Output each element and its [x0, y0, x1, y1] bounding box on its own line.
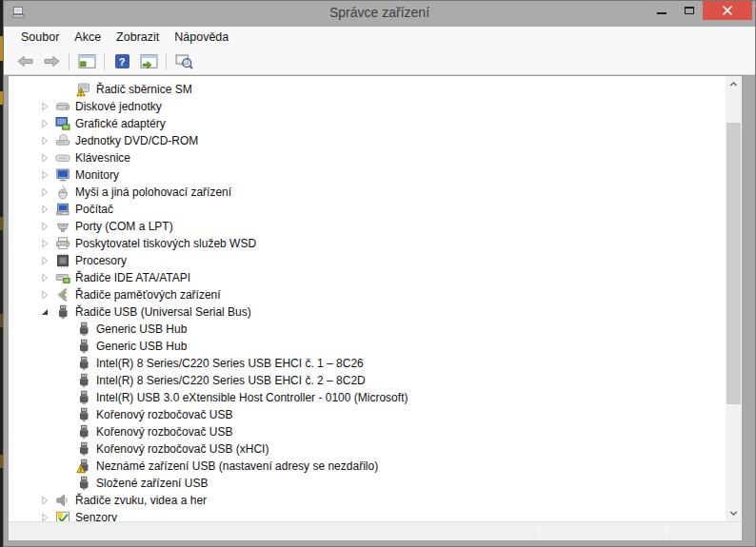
expand-arrow-icon[interactable] — [35, 236, 54, 251]
scrollbar-thumb[interactable] — [726, 123, 741, 404]
tree-item[interactable]: Grafické adaptéry — [9, 115, 726, 132]
tree-item[interactable]: Kořenový rozbočovač USB (xHCI) — [9, 440, 726, 458]
toolbar: ? — [4, 49, 755, 75]
tree-item-label: Intel(R) 8 Series/C220 Series USB EHCI č… — [96, 357, 364, 370]
scroll-down-button[interactable] — [726, 505, 742, 521]
tree-item[interactable]: Diskové jednotky — [9, 98, 726, 115]
console-tree-window-icon — [78, 53, 96, 69]
display-adapters-icon — [54, 116, 70, 131]
close-button[interactable] — [703, 1, 752, 20]
expand-arrow-icon[interactable] — [35, 287, 54, 303]
expand-arrow-icon[interactable] — [35, 133, 54, 148]
expand-arrow-icon[interactable] — [35, 253, 54, 268]
minimize-button[interactable] — [647, 1, 675, 20]
status-bar — [9, 521, 742, 540]
toolbar-scan-hardware-changes-button[interactable] — [171, 50, 196, 72]
minimize-icon — [657, 12, 666, 14]
tree-item-label: Řadiče IDE ATA/ATAPI — [75, 271, 190, 284]
expand-arrow-icon[interactable] — [35, 493, 54, 508]
tree-item[interactable]: Neznámé zařízení USB (nastavení adresy s… — [9, 458, 726, 475]
toolbar-properties-button[interactable] — [136, 50, 161, 72]
collapse-arrow-icon[interactable] — [35, 304, 54, 320]
window-controls — [647, 1, 752, 20]
expand-arrow-icon[interactable] — [35, 116, 54, 131]
expand-arrow-icon[interactable] — [35, 270, 54, 285]
toolbar-back-button[interactable] — [12, 50, 37, 72]
tree-item[interactable]: Porty (COM a LPT) — [9, 218, 726, 235]
tree-item-label: Řadiče USB (Universal Serial Bus) — [75, 305, 251, 319]
close-icon — [722, 5, 733, 16]
menu-item-napoveda[interactable]: Nápověda — [167, 27, 236, 49]
tree-item[interactable]: Klávesnice — [9, 149, 726, 166]
tree-item[interactable]: Myši a jiná polohovací zařízení — [9, 184, 726, 201]
tree-item[interactable]: Řadiče IDE ATA/ATAPI — [9, 269, 726, 286]
tree-item-label: Počítač — [75, 203, 113, 216]
tree-item[interactable]: Intel(R) 8 Series/C220 Series USB EHCI č… — [9, 372, 726, 389]
device-manager-window: Správce zařízení SouborAkceZobrazitNápov… — [3, 0, 756, 547]
expand-arrow-icon[interactable] — [35, 202, 54, 217]
tree-item[interactable]: Počítač — [9, 201, 726, 218]
tree-item-label: Klávesnice — [75, 151, 130, 165]
menu-item-akce[interactable]: Akce — [67, 27, 109, 49]
tree-item[interactable]: Řadiče zvuku, videa a her — [9, 492, 726, 509]
tree-item[interactable]: Složené zařízení USB — [9, 475, 726, 492]
storage-controllers-icon — [54, 287, 70, 303]
monitors-icon — [54, 167, 70, 183]
tree-item[interactable]: Intel(R) USB 3.0 eXtensible Host Control… — [9, 389, 726, 406]
tree-item-label: Řadiče paměťových zařízení — [75, 288, 221, 302]
tree-item[interactable]: Procesory — [9, 252, 726, 269]
usb-device-icon — [75, 339, 91, 354]
tree-item[interactable]: Řadiče paměťových zařízení — [9, 286, 726, 303]
mice-icon — [54, 185, 70, 200]
tree-item-label: Intel(R) 8 Series/C220 Series USB EHCI č… — [96, 374, 366, 387]
usb-device-icon — [75, 322, 91, 337]
expand-arrow-icon[interactable] — [35, 167, 54, 183]
tree-item[interactable]: Generic USB Hub — [9, 338, 726, 355]
tree-item[interactable]: Poskytovatel tiskových služeb WSD — [9, 235, 726, 252]
usb-device-icon — [75, 373, 91, 388]
toolbar-forward-button[interactable] — [39, 50, 64, 72]
arrow-spacer — [56, 373, 75, 388]
toolbar-help-button[interactable]: ? — [109, 50, 134, 72]
ports-icon — [54, 219, 70, 234]
expand-arrow-icon[interactable] — [35, 185, 54, 200]
tree-item-label: Generic USB Hub — [96, 340, 187, 353]
tree-item-label: Procesory — [75, 254, 127, 267]
tree-item[interactable]: Monitory — [9, 166, 726, 184]
tree-item[interactable]: Intel(R) 8 Series/C220 Series USB EHCI č… — [9, 355, 726, 372]
expand-arrow-icon[interactable] — [35, 510, 54, 521]
toolbar-separator — [104, 53, 105, 70]
tree-item-label: Generic USB Hub — [96, 322, 187, 336]
arrow-spacer — [56, 441, 75, 457]
arrow-spacer — [56, 407, 75, 422]
maximize-button[interactable] — [675, 1, 703, 20]
tree-item-label: Senzory — [75, 511, 117, 521]
tree-item[interactable]: Generic USB Hub — [9, 321, 726, 338]
tree-item[interactable]: Kořenový rozbočovač USB — [9, 423, 726, 440]
print-services-icon — [54, 236, 70, 251]
tree-item[interactable]: Senzory — [9, 509, 726, 521]
menu-item-soubor[interactable]: Soubor — [13, 27, 67, 49]
help-question-icon: ? — [115, 54, 129, 68]
expand-arrow-icon[interactable] — [35, 99, 54, 114]
device-tree: Řadič sběrnice SMDiskové jednotkyGrafick… — [9, 76, 726, 521]
arrow-spacer — [56, 339, 75, 354]
toolbar-show-console-tree-button[interactable] — [74, 50, 99, 72]
vertical-scrollbar[interactable] — [726, 76, 742, 521]
tree-item-label: Složené zařízení USB — [96, 477, 208, 490]
console-pane: Řadič sběrnice SMDiskové jednotkyGrafick… — [4, 75, 755, 546]
status-bar-separator — [539, 524, 540, 538]
menu-item-zobrazit[interactable]: Zobrazit — [109, 27, 167, 49]
tree-item-label: Intel(R) USB 3.0 eXtensible Host Control… — [96, 391, 408, 404]
arrow-right-icon — [43, 53, 61, 69]
tree-item[interactable]: Jednotky DVD/CD-ROM — [9, 132, 726, 149]
scroll-up-button[interactable] — [726, 76, 742, 92]
tree-item[interactable]: Řadiče USB (Universal Serial Bus) — [9, 303, 726, 321]
expand-arrow-icon[interactable] — [35, 219, 54, 234]
disk-drives-icon — [54, 99, 70, 114]
tree-item[interactable]: Kořenový rozbočovač USB — [9, 406, 726, 423]
expand-arrow-icon[interactable] — [35, 150, 54, 166]
title-bar: Správce zařízení — [4, 1, 755, 27]
tree-item-label: Myši a jiná polohovací zařízení — [75, 186, 231, 199]
tree-item[interactable]: Řadič sběrnice SM — [9, 81, 726, 98]
